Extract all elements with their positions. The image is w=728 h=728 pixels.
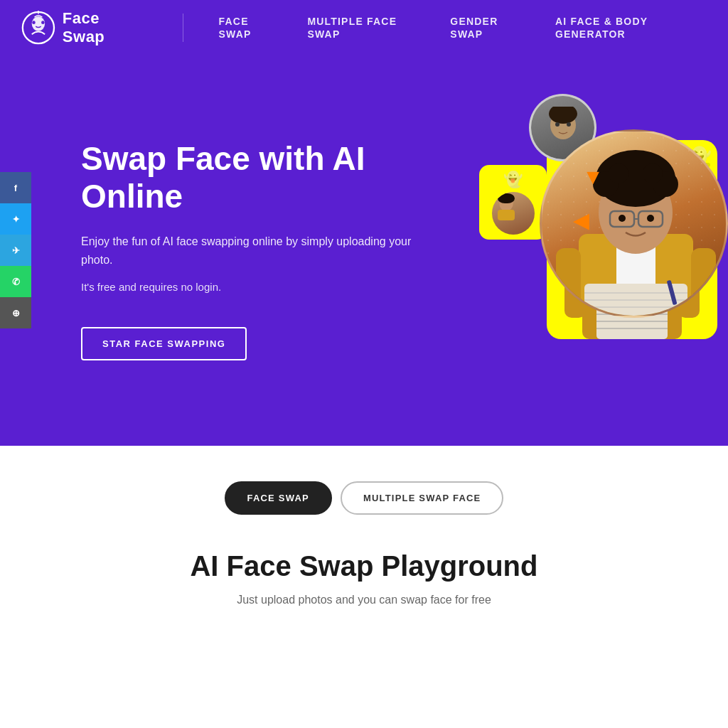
main-section: FACE SWAP MULTIPLE SWAP FACE AI Face Swa… xyxy=(0,446,728,635)
logo-icon xyxy=(21,9,55,46)
snap-person-icon xyxy=(492,192,520,220)
logo-link[interactable]: Face Swap xyxy=(21,9,140,46)
telegram-icon: ✈ xyxy=(12,245,20,256)
svg-point-33 xyxy=(609,164,628,183)
svg-rect-10 xyxy=(498,193,515,203)
snap-small-card: 👻 xyxy=(479,165,547,240)
tab-multiple-swap-face[interactable]: MULTIPLE SWAP FACE xyxy=(341,481,504,515)
arrow-left-icon: ▶ xyxy=(573,208,589,232)
telegram-share-button[interactable]: ✈ xyxy=(0,235,31,266)
svg-point-34 xyxy=(643,164,663,183)
svg-rect-42 xyxy=(556,298,581,306)
hero-description: Enjoy the fun of AI face swapping online… xyxy=(81,232,415,270)
nav-link-face-swap[interactable]: FACE SWAP xyxy=(219,16,252,40)
hero-section: f ✦ ✈ ✆ ⊕ Swap Face with AI Online Enjoy… xyxy=(0,55,728,446)
facebook-icon: f xyxy=(14,183,17,193)
svg-point-3 xyxy=(41,21,45,24)
svg-point-2 xyxy=(32,21,36,24)
hero-free-note: It's free and requires no login. xyxy=(81,281,415,293)
twitter-icon: ✦ xyxy=(12,214,20,225)
nav-divider xyxy=(183,14,183,42)
navigation: Face Swap FACE SWAP MULTIPLE FACE SWAP G… xyxy=(0,0,728,55)
whatsapp-icon: ✆ xyxy=(12,277,20,287)
facebook-share-button[interactable]: f xyxy=(0,172,31,203)
social-sidebar: f ✦ ✈ ✆ ⊕ xyxy=(0,172,31,328)
playground-subtitle: Just upload photos and you can swap face… xyxy=(0,594,728,606)
tab-face-swap[interactable]: FACE SWAP xyxy=(225,481,332,515)
svg-point-39 xyxy=(647,215,654,222)
svg-point-8 xyxy=(567,122,571,127)
playground-title: AI Face Swap Playground xyxy=(0,550,728,582)
arrow-down-icon: ▼ xyxy=(582,165,604,189)
tabs-row: FACE SWAP MULTIPLE SWAP FACE xyxy=(0,481,728,515)
hero-cta-button[interactable]: STAR FACE SWAPPING xyxy=(81,327,247,360)
logo-text: Face Swap xyxy=(63,9,140,46)
result-circle xyxy=(540,129,728,318)
share-icon: ⊕ xyxy=(12,308,20,318)
svg-point-7 xyxy=(555,122,560,127)
nav-link-ai-face-body[interactable]: AI FACE & BODY GENERATOR xyxy=(555,16,648,40)
whatsapp-share-button[interactable]: ✆ xyxy=(0,266,31,297)
nav-link-gender-swap[interactable]: GENDER SWAP xyxy=(450,16,498,40)
snap-ghost-small: 👻 xyxy=(503,171,523,189)
svg-point-38 xyxy=(619,215,626,222)
hero-title: Swap Face with AI Online xyxy=(81,140,415,215)
nav-links: FACE SWAP MULTIPLE FACE SWAP GENDER SWAP… xyxy=(219,15,707,41)
result-person-svg xyxy=(542,129,728,316)
hero-images: 👻 ▶ ▼ Inran xyxy=(429,101,728,400)
svg-rect-41 xyxy=(691,248,716,312)
snap-small-person xyxy=(492,192,535,235)
svg-rect-11 xyxy=(498,210,515,220)
hero-content: Swap Face with AI Online Enjoy the fun o… xyxy=(81,140,415,361)
twitter-share-button[interactable]: ✦ xyxy=(0,203,31,235)
nav-link-multiple-face-swap[interactable]: MULTIPLE FACE SWAP xyxy=(307,16,397,40)
share-button[interactable]: ⊕ xyxy=(0,297,31,328)
